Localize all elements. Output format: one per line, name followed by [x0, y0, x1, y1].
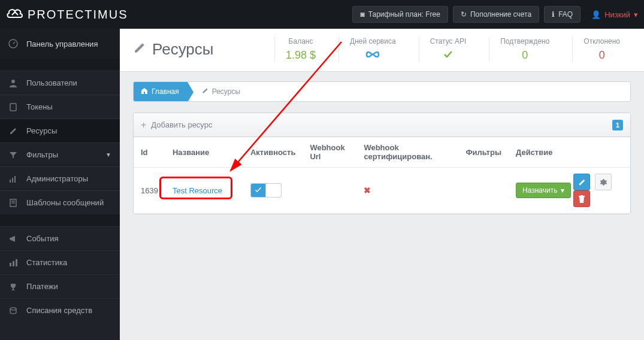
sidebar-item-templates[interactable]: Шаблоны сообщений	[0, 190, 120, 214]
sidebar-item-label: Списания средств	[26, 306, 92, 315]
breadcrumb-home[interactable]: Главная	[134, 82, 188, 101]
delete-button[interactable]	[573, 190, 590, 207]
caret-down-icon: ▾	[561, 186, 564, 195]
stat-label: Дней сервиса	[350, 37, 396, 45]
panel-header: + Добавить ресурс 1	[134, 113, 630, 137]
svg-rect-5	[14, 176, 16, 183]
faq-button[interactable]: ℹ FAQ	[544, 6, 580, 23]
sidebar-item-label: Шаблоны сообщений	[26, 198, 104, 207]
sidebar-item-label: События	[26, 234, 59, 243]
assign-button[interactable]: Назначить ▾	[516, 183, 571, 198]
resource-name-link[interactable]: Test Resource	[173, 186, 222, 195]
stat-days: Дней сервиса	[338, 37, 407, 62]
sidebar-item-admins[interactable]: Администраторы	[0, 166, 120, 190]
stat-value: 0	[583, 49, 620, 62]
plan-label: Тарифный план: Free	[368, 10, 440, 19]
filter-icon	[8, 151, 18, 159]
sidebar-item-debits[interactable]: Списания средств	[0, 298, 120, 322]
sidebar-item-filters[interactable]: Фильтры ▼	[0, 142, 120, 166]
sidebar-item-stats[interactable]: Статистика	[0, 250, 120, 274]
table-row: 1639 Test Resource ✖	[134, 168, 630, 214]
svg-rect-9	[10, 263, 11, 266]
fund-button[interactable]: ↻ Пополнение счета	[453, 6, 539, 23]
page-icon	[8, 199, 18, 207]
page-title-text: Ресурсы	[152, 40, 214, 59]
caret-down-icon: ▼	[105, 151, 111, 158]
sidebar-item-events[interactable]: События	[0, 226, 120, 250]
coins-icon	[8, 306, 18, 315]
plus-icon: +	[141, 120, 146, 130]
stat-value: 1.98 $	[286, 49, 316, 62]
faq-label: FAQ	[558, 10, 573, 19]
sidebar-item-tokens[interactable]: Токены	[0, 95, 120, 119]
svg-rect-10	[13, 261, 14, 266]
check-icon	[443, 50, 453, 59]
svg-point-12	[10, 308, 16, 310]
gauge-icon	[8, 39, 18, 48]
assign-label: Назначить	[522, 186, 557, 195]
home-icon	[141, 87, 148, 96]
breadcrumb-home-label: Главная	[152, 87, 179, 96]
sidebar-item-payments[interactable]: Платежи	[0, 274, 120, 298]
user-icon	[8, 79, 18, 87]
resources-panel: + Добавить ресурс 1 Id Название Активнос…	[133, 113, 631, 214]
edit-icon	[133, 40, 146, 59]
col-id: Id	[134, 137, 165, 168]
stat-api: Статус API	[419, 37, 477, 62]
card-icon: ◙	[360, 10, 364, 19]
stat-label: Отклонено	[583, 37, 620, 45]
token-icon	[8, 103, 18, 111]
edit-icon	[8, 127, 18, 135]
plan-button[interactable]: ◙ Тарифный план: Free	[352, 6, 448, 23]
stat-value	[350, 49, 396, 62]
add-resource-button[interactable]: Добавить ресурс	[151, 120, 212, 129]
user-icon: 👤	[591, 10, 601, 19]
count-badge: 1	[612, 120, 623, 130]
sidebar-item-label: Платежи	[26, 282, 58, 291]
chart-icon	[8, 259, 18, 267]
col-filters: Фильтры	[458, 137, 509, 168]
page-header: Ресурсы Баланс 1.98 $ Дней сервиса Стату…	[120, 29, 644, 72]
edit-icon	[202, 87, 208, 96]
stat-label: Подтверждено	[500, 37, 549, 45]
col-activity: Активность	[243, 137, 303, 168]
fund-label: Пополнение счета	[470, 10, 531, 19]
stat-value	[430, 49, 467, 62]
stat-rejected: Отклонено 0	[572, 37, 631, 62]
breadcrumb: Главная Ресурсы	[133, 81, 631, 102]
col-webhook: Webhook Url	[303, 137, 356, 168]
user-name: Низкий	[604, 10, 630, 19]
topbar: PROTECTIMUS ◙ Тарифный план: Free ↻ Попо…	[0, 0, 644, 29]
stat-label: Статус API	[430, 37, 467, 45]
svg-rect-4	[12, 178, 13, 183]
sidebar-item-label: Панель управления	[26, 40, 98, 48]
brand-logo[interactable]: PROTECTIMUS	[6, 7, 128, 22]
sidebar-item-users[interactable]: Пользователи	[0, 71, 120, 95]
sidebar-item-dashboard[interactable]: Панель управления	[0, 29, 120, 59]
svg-rect-3	[10, 180, 11, 183]
megaphone-icon	[8, 235, 18, 243]
x-circle-icon: ✖	[364, 186, 371, 195]
refresh-icon: ↻	[461, 10, 467, 19]
stat-balance: Баланс 1.98 $	[274, 37, 326, 62]
info-icon: ℹ	[552, 10, 555, 19]
logo-icon	[6, 7, 24, 22]
activity-toggle[interactable]	[250, 183, 282, 198]
bars-icon	[8, 175, 18, 183]
col-action: Действие	[509, 137, 630, 168]
col-name: Название	[165, 137, 243, 168]
breadcrumb-current-label: Ресурсы	[212, 87, 240, 96]
user-menu[interactable]: 👤 Низкий ▾	[591, 10, 638, 19]
stat-value: 0	[500, 49, 549, 62]
caret-down-icon: ▾	[634, 10, 638, 19]
breadcrumb-current[interactable]: Ресурсы	[188, 87, 249, 96]
page-title: Ресурсы	[133, 40, 214, 59]
sidebar-item-label: Администраторы	[26, 174, 88, 183]
svg-point-1	[11, 80, 15, 83]
infinity-icon	[365, 50, 380, 59]
edit-button[interactable]	[573, 174, 590, 190]
sidebar-item-resources[interactable]: Ресурсы	[0, 119, 120, 142]
settings-button[interactable]	[595, 174, 612, 190]
col-cert: Webhook сертифицирован.	[356, 137, 458, 168]
svg-rect-11	[16, 259, 17, 266]
